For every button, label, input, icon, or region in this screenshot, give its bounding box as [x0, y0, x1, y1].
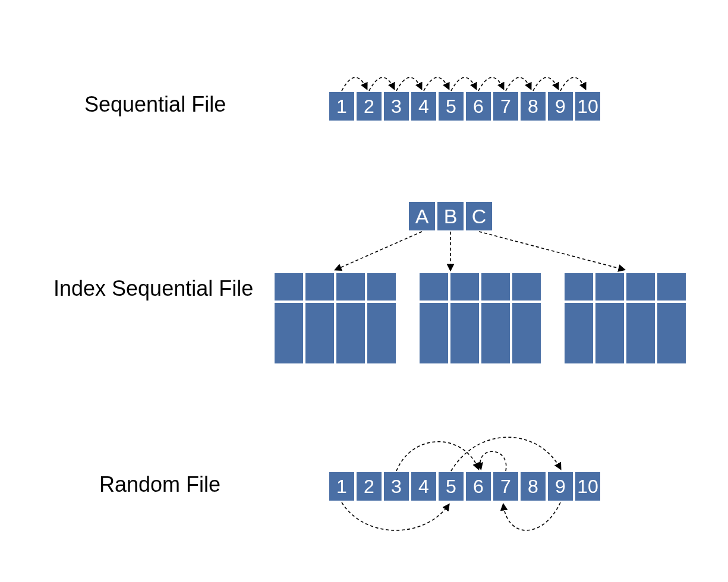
random-cells: 1 2 3 4 5 6 7 8 9 10 [329, 472, 600, 501]
index-cell: B [437, 202, 464, 230]
block-cell [305, 303, 334, 363]
block-cell [367, 273, 396, 301]
cell: 10 [575, 92, 600, 121]
sequential-arrows [329, 62, 609, 92]
block-cell [305, 273, 334, 301]
cell: 4 [411, 92, 436, 121]
cell: 5 [439, 472, 464, 501]
cell: 10 [575, 472, 600, 501]
block-cell [336, 303, 365, 363]
random-file-label: Random File [99, 472, 220, 497]
block-cell [367, 303, 396, 363]
cell: 8 [521, 92, 546, 121]
block-cell [512, 303, 541, 363]
block-cell [565, 303, 593, 363]
cell: 5 [439, 92, 464, 121]
block-cell [595, 303, 624, 363]
index-cell: C [466, 202, 492, 230]
sequential-file-label: Sequential File [84, 92, 226, 117]
block-cell [626, 273, 655, 301]
block-cell [450, 273, 479, 301]
block-group [420, 273, 541, 363]
block-cell [420, 273, 448, 301]
cell: 2 [357, 92, 382, 121]
block-cell [626, 303, 655, 363]
block-cell [336, 273, 365, 301]
block-cell [420, 303, 448, 363]
cell: 2 [357, 472, 382, 501]
cell: 1 [329, 92, 354, 121]
cell: 8 [521, 472, 546, 501]
sequential-cells: 1 2 3 4 5 6 7 8 9 10 [329, 92, 600, 121]
block-cell [481, 303, 510, 363]
block-group [565, 273, 686, 363]
cell: 3 [384, 92, 409, 121]
cell: 9 [548, 92, 573, 121]
block-cell [565, 273, 593, 301]
block-cell [275, 303, 303, 363]
index-sequential-file-label: Index Sequential File [53, 276, 253, 301]
block-cell [481, 273, 510, 301]
cell: 7 [493, 472, 518, 501]
block-cell [595, 273, 624, 301]
cell: 3 [384, 472, 409, 501]
svg-line-2 [479, 232, 624, 270]
cell: 6 [466, 472, 491, 501]
index-arrows [273, 230, 689, 274]
block-cell [512, 273, 541, 301]
index-cells: A B C [409, 202, 492, 230]
block-group [275, 273, 396, 363]
block-cell [657, 273, 686, 301]
block-cell [657, 303, 686, 363]
index-blocks [275, 273, 686, 363]
cell: 6 [466, 92, 491, 121]
cell: 9 [548, 472, 573, 501]
cell: 7 [493, 92, 518, 121]
svg-line-0 [336, 232, 422, 270]
block-cell [275, 273, 303, 301]
cell: 1 [329, 472, 354, 501]
block-cell [450, 303, 479, 363]
cell: 4 [411, 472, 436, 501]
index-cell: A [409, 202, 435, 230]
